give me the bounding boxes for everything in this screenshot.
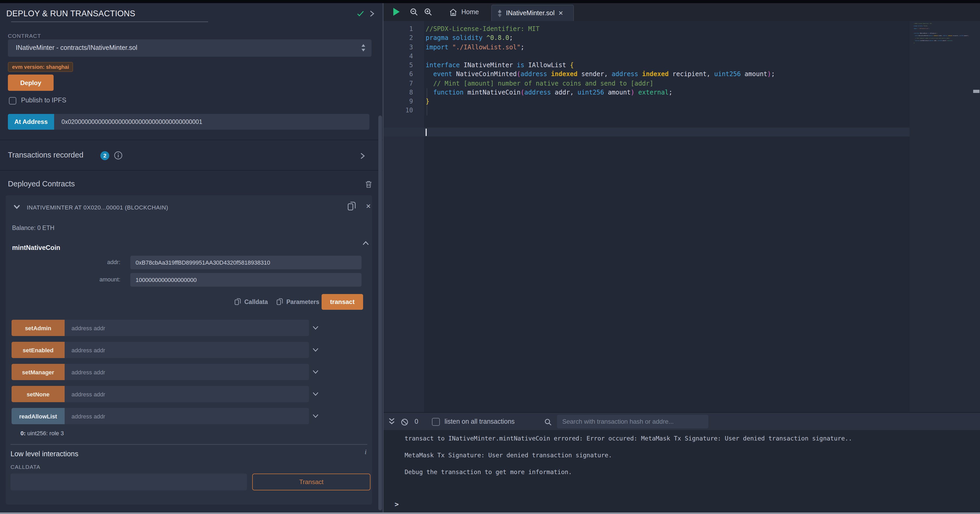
setEnabled-input[interactable] xyxy=(65,342,309,358)
copy-parameters-label: Parameters xyxy=(286,298,319,305)
text-cursor xyxy=(426,128,426,136)
function-row: readAllowList xyxy=(11,408,366,424)
output-value: uint256: role 3 xyxy=(26,430,64,436)
calldata-caption: CALLDATA xyxy=(11,463,40,470)
code-content[interactable]: //SPDX-License-Identifier: MITpragma sol… xyxy=(426,25,775,115)
editor-tab-bar: Home INativeMinter.sol ✕ xyxy=(383,3,980,21)
at-address-input[interactable] xyxy=(54,114,369,130)
deployed-instance-card: INATIVEMINTER AT 0X020...00001 (BLOCKCHA… xyxy=(6,195,372,504)
section-divider xyxy=(11,444,367,445)
instance-title: INATIVEMINTER AT 0X020...00001 (BLOCKCHA… xyxy=(27,204,168,211)
copy-calldata-label: Calldata xyxy=(244,298,268,305)
setEnabled-button[interactable]: setEnabled xyxy=(11,342,65,358)
chevron-down-icon[interactable] xyxy=(312,390,319,397)
close-icon[interactable]: ✕ xyxy=(366,203,371,210)
readAllowList-button[interactable]: readAllowList xyxy=(11,408,65,424)
setAdmin-button[interactable]: setAdmin xyxy=(11,320,65,336)
listen-all-label: listen on all transactions xyxy=(445,418,515,425)
solidity-icon xyxy=(497,9,502,17)
at-address-button[interactable]: At Address xyxy=(8,114,54,130)
copy-calldata-button[interactable]: Calldata xyxy=(234,298,268,306)
search-icon xyxy=(544,419,552,426)
zoom-in-icon[interactable] xyxy=(424,8,433,16)
terminal-search-input[interactable] xyxy=(557,415,708,428)
setNone-button[interactable]: setNone xyxy=(11,386,65,402)
publish-ipfs-checkbox[interactable] xyxy=(9,97,16,105)
remix-ide: DEPLOY & RUN TRANSACTIONS CONTRACT INati… xyxy=(0,0,980,514)
setNone-input[interactable] xyxy=(65,386,309,402)
terminal-toolbar: 0 listen on all transactions xyxy=(383,412,980,430)
panel-title: DEPLOY & RUN TRANSACTIONS xyxy=(6,9,135,18)
contract-select[interactable]: INativeMinter - contracts/INativeMinter.… xyxy=(8,40,372,57)
function-row: setNone xyxy=(11,386,366,402)
tab-home-label: Home xyxy=(461,8,479,16)
evm-version-badge: evm version: shanghai xyxy=(8,62,73,72)
terminal-log-line: Debug the transaction to get more inform… xyxy=(405,468,572,476)
editor-minimap[interactable]: //SPDX-License-Identifier: MITpragma sol… xyxy=(910,21,973,412)
amount-param-input[interactable] xyxy=(130,273,361,287)
addr-param-label: addr: xyxy=(6,259,120,265)
transactions-count-badge: 2 xyxy=(100,151,109,160)
chevron-down-icon[interactable] xyxy=(312,412,319,419)
clear-console-icon[interactable] xyxy=(401,419,408,426)
select-arrows-icon xyxy=(361,44,366,52)
deploy-button[interactable]: Deploy xyxy=(8,75,54,91)
addr-param-input[interactable] xyxy=(130,256,361,269)
listen-all-checkbox[interactable] xyxy=(432,418,440,426)
transact-button[interactable]: transact xyxy=(321,294,363,310)
transactions-recorded-section: Transactions recorded 2 xyxy=(0,140,383,171)
home-icon xyxy=(449,8,457,16)
terminal-log-line: MetaMask Tx Signature: User denied trans… xyxy=(405,452,612,459)
terminal-expand-icon[interactable] xyxy=(388,417,395,426)
deploy-run-panel: DEPLOY & RUN TRANSACTIONS CONTRACT INati… xyxy=(0,3,383,514)
terminal-panel: 0 listen on all transactions transact to… xyxy=(383,412,980,514)
transactions-recorded-label: Transactions recorded xyxy=(8,151,83,159)
transaction-count: 0 xyxy=(415,418,418,425)
copy-parameters-button[interactable]: Parameters xyxy=(277,298,319,306)
terminal-prompt[interactable]: > xyxy=(395,500,399,508)
panel-collapse-chevron-icon[interactable] xyxy=(369,10,375,17)
amount-param-label: amount: xyxy=(6,276,120,282)
window-top-strip xyxy=(0,0,980,3)
trash-icon[interactable] xyxy=(365,180,372,189)
code-editor[interactable]: 12345678910 //SPDX-License-Identifier: M… xyxy=(383,21,980,412)
tab-file-label: INativeMinter.sol xyxy=(506,10,555,17)
panel-scrollbar[interactable] xyxy=(378,116,382,510)
setAdmin-input[interactable] xyxy=(65,320,309,336)
minimap-code: //SPDX-License-Identifier: MITpragma sol… xyxy=(914,23,973,48)
readAllowList-output: 0: uint256: role 3 xyxy=(21,430,64,436)
tab-inativeminter[interactable]: INativeMinter.sol ✕ xyxy=(491,5,574,21)
tab-home[interactable]: Home xyxy=(444,3,484,21)
contract-select-value: INativeMinter - contracts/INativeMinter.… xyxy=(16,44,137,51)
function-row: setEnabled xyxy=(11,342,366,358)
instance-balance: Balance: 0 ETH xyxy=(12,225,54,231)
zoom-out-icon[interactable] xyxy=(410,8,418,16)
run-script-play-icon[interactable] xyxy=(393,7,400,16)
line-numbers: 12345678910 xyxy=(383,25,413,115)
chevron-down-icon[interactable] xyxy=(312,346,319,353)
window-bottom-strip xyxy=(0,512,980,514)
info-icon[interactable]: i xyxy=(365,448,366,456)
chevron-up-icon[interactable] xyxy=(362,240,369,246)
compile-success-check-icon xyxy=(356,10,365,18)
current-line-highlight xyxy=(383,128,910,137)
title-underline xyxy=(11,22,208,22)
low-level-transact-button[interactable]: Transact xyxy=(252,474,371,490)
close-icon[interactable]: ✕ xyxy=(558,10,563,17)
readAllowList-input[interactable] xyxy=(65,408,309,424)
copy-icon[interactable] xyxy=(347,201,356,211)
transactions-expand-chevron-icon[interactable] xyxy=(360,152,366,160)
editor-scrollbar-track[interactable] xyxy=(973,21,980,412)
editor-scrollbar-handle[interactable] xyxy=(973,90,980,93)
setManager-input[interactable] xyxy=(65,364,309,380)
output-index: 0: xyxy=(21,430,26,436)
calldata-input[interactable] xyxy=(11,474,247,490)
chevron-down-icon[interactable] xyxy=(312,368,319,375)
chevron-down-icon[interactable] xyxy=(13,204,21,209)
terminal-log-line: transact to INativeMinter.mintNativeCoin… xyxy=(405,435,852,442)
chevron-down-icon[interactable] xyxy=(312,324,319,331)
function-row: setManager xyxy=(11,364,366,380)
function-row: setAdmin xyxy=(11,320,366,336)
setManager-button[interactable]: setManager xyxy=(11,364,65,380)
info-icon[interactable] xyxy=(114,151,123,160)
